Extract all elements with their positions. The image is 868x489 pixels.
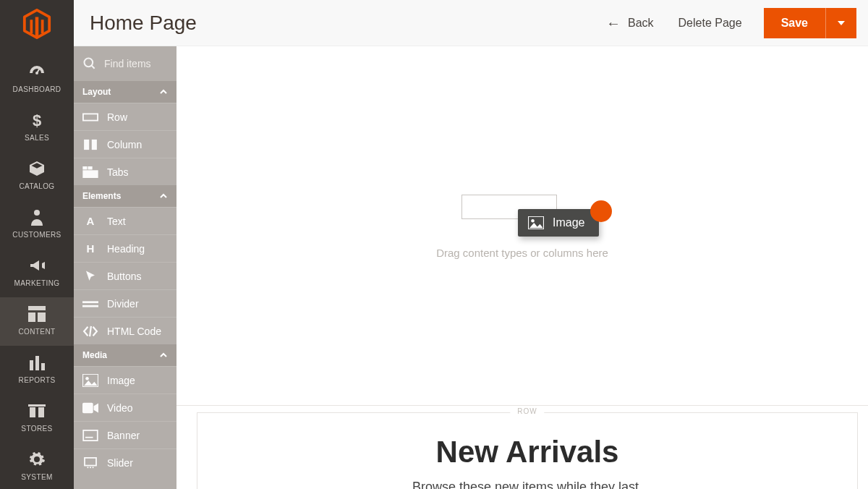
svg-rect-18 [82,170,98,178]
nav-label: SYSTEM [21,473,53,481]
panel-item-heading[interactable]: H Heading [74,234,176,262]
panel-item-label: Image [107,375,135,386]
svg-rect-5 [28,312,35,322]
svg-rect-24 [82,305,98,307]
panel-item-buttons[interactable]: Buttons [74,262,176,289]
nav-reports[interactable]: REPORTS [0,346,74,394]
panel-item-image[interactable]: Image [74,366,176,394]
nav-dashboard[interactable]: DASHBOARD [0,55,74,103]
section-label: Layout [82,87,111,97]
svg-rect-6 [38,312,46,322]
bars-icon [27,353,46,372]
nav-label: DASHBOARD [13,85,61,93]
panel-item-divider[interactable]: Divider [74,289,176,317]
svg-point-32 [87,467,88,468]
nav-sales[interactable]: $ SALES [0,103,74,152]
svg-point-36 [531,219,535,223]
drop-zone[interactable]: Image Drag content types or columns here [298,195,746,259]
back-button[interactable]: ← Back [606,16,654,30]
svg-line-14 [92,66,95,69]
panel-item-tabs[interactable]: Tabs [74,158,176,185]
panel-section-media[interactable]: Media [74,344,176,366]
svg-text:A: A [87,215,95,227]
row-block[interactable]: ROW New Arrivals Browse these new items … [197,412,858,489]
panel-item-column[interactable]: Column [74,130,176,158]
panel-item-video[interactable]: Video [74,394,176,421]
admin-nav: DASHBOARD $ SALES CATALOG CUSTOMERS MARK… [0,0,74,489]
svg-rect-15 [83,114,98,120]
delete-page-button[interactable]: Delete Page [678,17,742,30]
divider-icon [82,297,98,310]
save-group: Save [764,8,856,38]
svg-line-25 [90,326,91,336]
save-dropdown-button[interactable] [825,8,856,38]
layout-icon [27,305,46,323]
svg-rect-12 [28,404,46,407]
panel-item-label: Heading [107,243,145,255]
nav-stores[interactable]: STORES [0,394,74,443]
drop-hint: Drag content types or columns here [298,247,746,259]
canvas-divider [176,405,868,406]
nav-customers[interactable]: CUSTOMERS [0,200,74,249]
svg-rect-8 [35,356,39,370]
svg-rect-7 [30,360,33,370]
panel-item-label: Video [107,402,133,414]
panel-item-html[interactable]: HTML Code [74,317,176,344]
magento-logo-icon [20,9,54,39]
nav-label: MARKETING [14,279,59,287]
stores-icon [27,401,46,420]
panel-item-label: Divider [107,298,139,310]
row-subtext[interactable]: Browse these new items while they last. [226,480,828,489]
nav-marketing[interactable]: MARKETING [0,249,74,297]
chevron-up-icon [159,351,168,360]
gauge-icon [27,62,46,81]
arrow-left-icon: ← [606,16,621,30]
cursor-icon [82,270,98,283]
panel-item-text[interactable]: A Text [74,207,176,234]
panel-item-row[interactable]: Row [74,103,176,130]
image-icon [528,216,544,229]
nav-catalog[interactable]: CATALOG [0,152,74,200]
nav-label: STORES [21,425,52,433]
panel-item-banner[interactable]: Banner [74,421,176,448]
section-label: Media [82,350,107,360]
megaphone-icon [27,256,46,275]
row-tag: ROW [510,407,544,415]
search-icon [82,56,97,71]
video-icon [82,401,98,414]
slider-icon [82,456,98,469]
page-canvas[interactable]: Image Drag content types or columns here… [176,46,868,489]
nav-content[interactable]: CONTENT [0,297,74,346]
nav-label: SALES [25,134,49,142]
save-button[interactable]: Save [764,8,825,38]
panel-section-elements[interactable]: Elements [74,185,176,207]
topbar: Home Page ← Back Delete Page Save [74,0,868,46]
svg-point-33 [90,467,91,468]
component-panel: Layout Row Column Tabs Elements [74,46,176,489]
cursor-dot-icon [590,200,612,222]
row-heading[interactable]: New Arrivals [226,435,828,469]
text-icon: A [82,215,98,228]
nav-system[interactable]: SYSTEM [0,443,74,489]
svg-point-13 [85,59,93,67]
nav-label: CATALOG [19,182,54,190]
svg-rect-28 [82,402,93,413]
svg-rect-19 [82,166,87,169]
nav-label: CONTENT [18,328,55,336]
svg-rect-9 [41,363,45,370]
panel-item-label: Slider [107,457,133,469]
dollar-icon: $ [27,111,46,129]
panel-item-slider[interactable]: Slider [74,448,176,476]
panel-section-layout[interactable]: Layout [74,81,176,103]
svg-rect-10 [30,407,35,417]
caret-down-icon [838,21,845,25]
svg-rect-20 [88,166,92,169]
person-icon [27,208,46,226]
panel-search-input[interactable] [104,58,169,69]
panel-item-label: Row [107,111,127,123]
svg-rect-16 [84,139,89,149]
column-icon [82,138,98,151]
svg-rect-1 [37,68,41,72]
svg-rect-23 [82,301,98,303]
svg-rect-29 [83,430,98,440]
